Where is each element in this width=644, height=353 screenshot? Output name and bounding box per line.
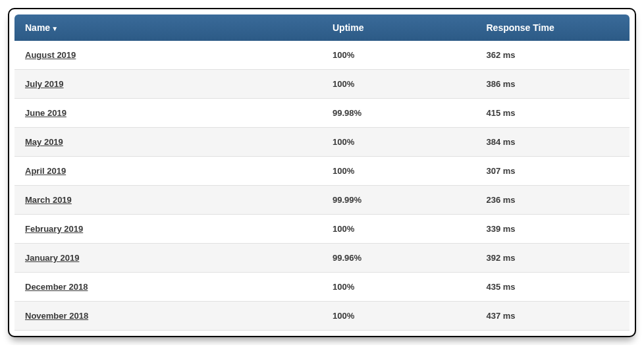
cell-response: 386 ms: [476, 70, 630, 99]
cell-response: 392 ms: [476, 244, 630, 273]
col-header-uptime[interactable]: Uptime: [322, 14, 476, 41]
table-row: July 2019100%386 ms: [14, 70, 630, 99]
month-link[interactable]: June 2019: [25, 108, 67, 118]
cell-uptime: 99.96%: [322, 244, 476, 273]
table-row: December 2018100%435 ms: [14, 273, 630, 302]
col-header-name[interactable]: Name▼: [14, 14, 322, 41]
month-link[interactable]: August 2019: [25, 50, 76, 60]
cell-uptime: 100%: [322, 41, 476, 70]
cell-name: July 2019: [14, 70, 322, 99]
table-header-row: Name▼ Uptime Response Time: [14, 14, 630, 41]
cell-name: January 2019: [14, 244, 322, 273]
month-link[interactable]: February 2019: [25, 224, 83, 234]
cell-response: 362 ms: [476, 41, 630, 70]
cell-response: 415 ms: [476, 99, 630, 128]
month-link[interactable]: January 2019: [25, 253, 79, 263]
col-header-response[interactable]: Response Time: [476, 14, 630, 41]
cell-response: 384 ms: [476, 128, 630, 157]
cell-name: November 2018: [14, 302, 322, 331]
table-row: August 2019100%362 ms: [14, 41, 630, 70]
cell-uptime: 100%: [322, 157, 476, 186]
cell-name: August 2019: [14, 41, 322, 70]
table-row: March 201999.99%236 ms: [14, 186, 630, 215]
cell-response: 435 ms: [476, 273, 630, 302]
cell-name: May 2019: [14, 128, 322, 157]
cell-uptime: 99.98%: [322, 99, 476, 128]
cell-name: April 2019: [14, 157, 322, 186]
month-link[interactable]: December 2018: [25, 282, 88, 292]
cell-uptime: 100%: [322, 302, 476, 331]
month-link[interactable]: April 2019: [25, 166, 66, 176]
table-wrap: Name▼ Uptime Response Time August 201910…: [9, 9, 635, 336]
table-row: June 201999.98%415 ms: [14, 99, 630, 128]
cell-response: 307 ms: [476, 157, 630, 186]
month-link[interactable]: November 2018: [25, 311, 88, 321]
cell-name: December 2018: [14, 273, 322, 302]
sort-desc-icon: ▼: [51, 25, 58, 32]
table-row: January 201999.96%392 ms: [14, 244, 630, 273]
cell-uptime: 99.99%: [322, 186, 476, 215]
table-row: November 2018100%437 ms: [14, 302, 630, 331]
table-body: August 2019100%362 msJuly 2019100%386 ms…: [14, 41, 630, 331]
uptime-table-container: Name▼ Uptime Response Time August 201910…: [8, 8, 636, 337]
cell-response: 437 ms: [476, 302, 630, 331]
header-uptime-label: Uptime: [333, 22, 363, 33]
cell-name: March 2019: [14, 186, 322, 215]
cell-uptime: 100%: [322, 215, 476, 244]
table-row: February 2019100%339 ms: [14, 215, 630, 244]
cell-response: 236 ms: [476, 186, 630, 215]
month-link[interactable]: March 2019: [25, 195, 72, 205]
header-name-label: Name: [25, 22, 50, 33]
cell-name: February 2019: [14, 215, 322, 244]
month-link[interactable]: May 2019: [25, 137, 63, 147]
table-row: April 2019100%307 ms: [14, 157, 630, 186]
cell-response: 339 ms: [476, 215, 630, 244]
cell-uptime: 100%: [322, 70, 476, 99]
cell-uptime: 100%: [322, 273, 476, 302]
table-row: May 2019100%384 ms: [14, 128, 630, 157]
cell-name: June 2019: [14, 99, 322, 128]
cell-uptime: 100%: [322, 128, 476, 157]
header-response-label: Response Time: [487, 22, 554, 33]
month-link[interactable]: July 2019: [25, 79, 64, 89]
uptime-table: Name▼ Uptime Response Time August 201910…: [14, 14, 630, 331]
